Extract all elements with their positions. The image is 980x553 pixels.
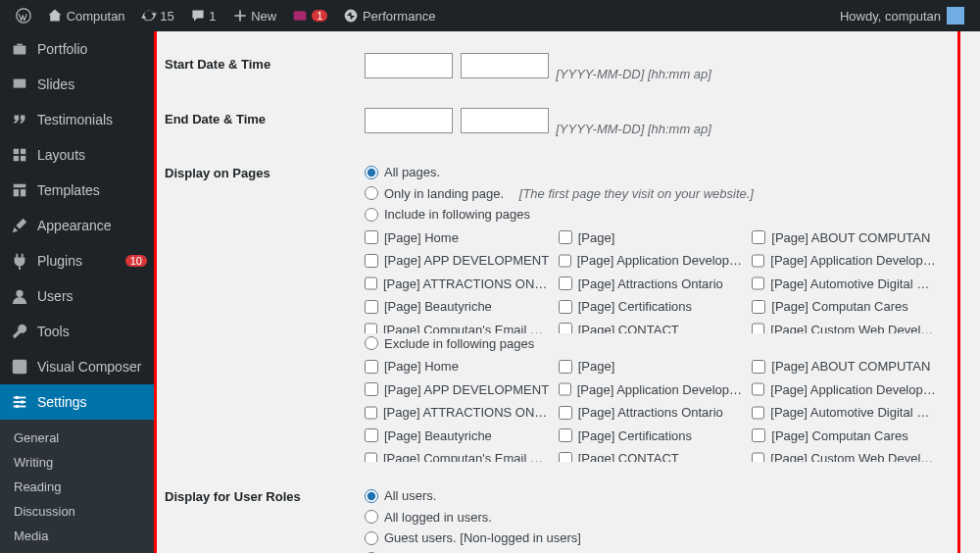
- page-checkbox[interactable]: [Page] Beautyriche: [365, 296, 551, 318]
- svg-point-18: [16, 405, 20, 409]
- page-checkbox[interactable]: [Page] Attractions Ontario: [559, 402, 745, 424]
- plugin-icon: [10, 251, 29, 271]
- menu-testimonials[interactable]: Testimonials: [0, 102, 157, 137]
- menu-settings[interactable]: Settings: [0, 384, 157, 420]
- exclude-pages-list: [Page] Home[Page][Page] ABOUT COMPUTAN[P…: [365, 354, 938, 462]
- page-checkbox[interactable]: [Page] ABOUT COMPUTAN: [752, 227, 938, 249]
- page-checkbox[interactable]: [Page] ATTRACTIONS ONTARIO: [365, 274, 551, 295]
- admin-toolbar: Computan 15 1 New 1 Performance Howdy, c…: [0, 0, 980, 31]
- include-pages-list: [Page] Home[Page][Page] ABOUT COMPUTAN[P…: [365, 226, 938, 333]
- page-checkbox[interactable]: [Page] Computan's Email Upgrade: [365, 448, 551, 462]
- layouts-icon: [10, 145, 29, 165]
- svg-rect-10: [21, 189, 25, 196]
- svg-rect-1: [294, 11, 307, 21]
- page-checkbox[interactable]: [Page] Application Development: [559, 379, 745, 401]
- radio-logged-users[interactable]: All logged in users.: [365, 507, 938, 528]
- page-checkbox[interactable]: [Page] Application Development: [752, 379, 938, 401]
- yoast[interactable]: 1: [284, 0, 335, 31]
- menu-appearance[interactable]: Appearance: [0, 208, 157, 243]
- page-checkbox[interactable]: [Page] Computan Cares: [752, 296, 938, 318]
- slides-icon: [10, 75, 29, 94]
- svg-point-17: [21, 400, 24, 404]
- page-checkbox[interactable]: [Page] Certifications: [559, 426, 745, 447]
- svg-rect-2: [14, 45, 26, 54]
- radio-guest-users[interactable]: Guest users. [Non-logged in users]: [365, 528, 938, 549]
- page-checkbox[interactable]: [Page]: [559, 227, 745, 249]
- settings-icon: [10, 392, 29, 412]
- menu-portfolio[interactable]: Portfolio: [0, 31, 157, 67]
- menu-users[interactable]: Users: [0, 278, 157, 314]
- menu-layouts[interactable]: Layouts: [0, 137, 157, 173]
- display-pages-label: Display on Pages: [165, 150, 361, 474]
- submenu-permalinks[interactable]: Permalinks: [0, 548, 157, 553]
- start-date-label: Start Date & Time: [165, 41, 361, 96]
- end-date-label: End Date & Time: [165, 96, 361, 151]
- page-checkbox[interactable]: [Page] Application Development: [752, 250, 938, 272]
- page-checkbox[interactable]: [Page] APP DEVELOPMENT: [365, 250, 551, 272]
- display-roles-label: Display for User Roles: [165, 474, 361, 553]
- radio-exclude-pages[interactable]: Exclude in following pages: [365, 333, 938, 355]
- wp-logo[interactable]: [8, 0, 39, 31]
- date-format-hint: [YYYY-MM-DD] [hh:mm ap]: [556, 67, 711, 81]
- menu-tools[interactable]: Tools: [0, 314, 157, 349]
- new-content[interactable]: New: [224, 0, 285, 31]
- page-checkbox[interactable]: [Page] Custom Web Development Se: [752, 320, 938, 333]
- submenu-reading[interactable]: Reading: [0, 475, 157, 499]
- page-checkbox[interactable]: [Page] ATTRACTIONS ONTARIO: [365, 402, 551, 424]
- page-checkbox[interactable]: [Page] CONTACT: [559, 320, 745, 333]
- menu-slides[interactable]: Slides: [0, 67, 157, 102]
- svg-rect-4: [14, 149, 19, 154]
- svg-point-0: [17, 9, 30, 23]
- page-checkbox[interactable]: [Page] ABOUT COMPUTAN: [752, 356, 938, 377]
- radio-all-users[interactable]: All users.: [365, 485, 938, 507]
- page-checkbox[interactable]: [Page] APP DEVELOPMENT: [365, 379, 551, 401]
- page-checkbox[interactable]: [Page] Computan Cares: [752, 426, 938, 447]
- menu-plugins[interactable]: Plugins10: [0, 243, 157, 278]
- page-checkbox[interactable]: [Page] Home: [365, 356, 551, 377]
- page-checkbox[interactable]: [Page]: [559, 356, 745, 377]
- page-checkbox[interactable]: [Page] Beautyriche: [365, 426, 551, 447]
- date-format-hint: [YYYY-MM-DD] [hh:mm ap]: [556, 122, 711, 136]
- svg-rect-7: [21, 156, 25, 161]
- radio-specific-roles[interactable]: For following user roles [Manage Roles]: [365, 549, 938, 554]
- start-date-input[interactable]: [365, 53, 453, 78]
- site-name[interactable]: Computan: [39, 0, 133, 31]
- submenu-discussion[interactable]: Discussion: [0, 499, 157, 524]
- end-date-input[interactable]: [365, 108, 453, 133]
- svg-rect-3: [14, 79, 26, 88]
- svg-rect-9: [14, 189, 19, 196]
- submenu-media[interactable]: Media: [0, 524, 157, 548]
- radio-all-pages[interactable]: All pages.: [365, 162, 938, 183]
- menu-templates[interactable]: Templates: [0, 173, 157, 208]
- updates[interactable]: 15: [133, 0, 182, 31]
- svg-rect-6: [14, 156, 19, 161]
- comments[interactable]: 1: [182, 0, 224, 31]
- admin-sidebar: PortfolioSlidesTestimonialsLayoutsTempla…: [0, 31, 157, 553]
- start-time-input[interactable]: [461, 53, 549, 78]
- radio-include-pages[interactable]: Include in following pages: [365, 204, 938, 226]
- howdy-user[interactable]: Howdy, computan: [832, 0, 972, 31]
- templates-icon: [10, 180, 29, 200]
- page-checkbox[interactable]: [Page] Custom Web Development Se: [752, 448, 938, 462]
- vc-icon: [10, 357, 29, 377]
- page-checkbox[interactable]: [Page] Automotive Digital Marketing S: [752, 274, 938, 295]
- quote-icon: [10, 110, 29, 129]
- page-checkbox[interactable]: [Page] Attractions Ontario: [559, 274, 745, 295]
- brush-icon: [10, 216, 29, 235]
- page-checkbox[interactable]: [Page] Automotive Digital Marketing S: [752, 402, 938, 424]
- submenu-writing[interactable]: Writing: [0, 450, 157, 475]
- menu-visual-composer[interactable]: Visual Composer: [0, 349, 157, 384]
- svg-rect-8: [14, 184, 26, 188]
- end-time-input[interactable]: [461, 108, 549, 133]
- wrench-icon: [10, 322, 29, 341]
- page-checkbox[interactable]: [Page] Certifications: [559, 296, 745, 318]
- svg-point-11: [16, 290, 23, 297]
- submenu-general[interactable]: General: [0, 426, 157, 450]
- page-checkbox[interactable]: [Page] Application Development: [559, 250, 745, 272]
- page-checkbox[interactable]: [Page] Computan's Email Upgrade: [365, 320, 551, 333]
- page-checkbox[interactable]: [Page] Home: [365, 227, 551, 249]
- performance[interactable]: Performance: [335, 0, 443, 31]
- portfolio-icon: [10, 39, 29, 59]
- page-checkbox[interactable]: [Page] CONTACT: [559, 448, 745, 462]
- radio-landing-page[interactable]: Only in landing page. [The first page th…: [365, 183, 938, 205]
